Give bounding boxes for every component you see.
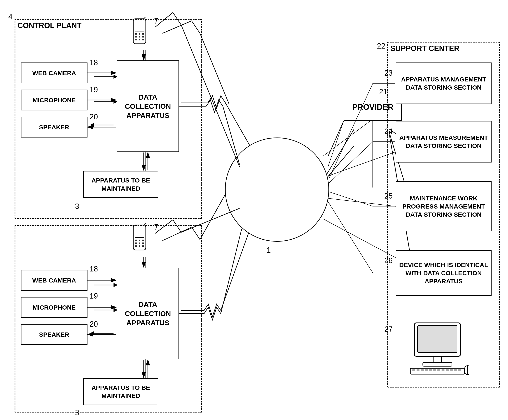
- svg-rect-82: [458, 369, 461, 371]
- apparatus-management-box: APPARATUS MANAGEMENT DATA STORING SECTIO…: [396, 62, 492, 104]
- svg-rect-58: [142, 240, 144, 241]
- svg-rect-68: [433, 356, 441, 362]
- svg-rect-60: [139, 242, 140, 244]
- svg-rect-64: [142, 245, 144, 247]
- svg-rect-62: [135, 245, 137, 247]
- diagram-container: 4 CONTROL PLANT 7 17: [0, 0, 508, 420]
- svg-line-104: [328, 121, 344, 167]
- web-camera-upper: WEB CAMERA: [21, 62, 88, 83]
- control-plant-label: CONTROL PLANT: [17, 21, 82, 30]
- ref-18b: 18: [90, 265, 98, 273]
- svg-rect-48: [139, 36, 140, 38]
- phone-icon-upper: [129, 17, 150, 50]
- svg-rect-43: [135, 21, 144, 31]
- microphone-lower: MICROPHONE: [21, 297, 88, 318]
- svg-line-31: [221, 229, 250, 310]
- apparatus-maintained-lower: APPARATUS TO BE MAINTAINED: [83, 378, 158, 405]
- ref-20a: 20: [90, 112, 98, 121]
- svg-rect-44: [135, 33, 137, 35]
- svg-rect-72: [417, 369, 419, 371]
- ref-1: 1: [267, 246, 271, 255]
- svg-rect-73: [421, 369, 424, 371]
- svg-rect-47: [135, 36, 137, 38]
- ref-7b: 7: [154, 223, 158, 232]
- internet-circle: [225, 137, 329, 242]
- maintenance-work-box: MAINTENANCE WORK PROGRESS MANAGEMENT DAT…: [396, 181, 492, 231]
- microphone-upper: MICROPHONE: [21, 90, 88, 110]
- data-collection-upper: DATACOLLECTIONAPPARATUS: [117, 60, 179, 152]
- svg-line-15: [225, 102, 250, 146]
- ref-26: 26: [384, 256, 393, 265]
- svg-line-103: [328, 121, 344, 156]
- svg-line-13: [200, 33, 229, 104]
- svg-rect-80: [450, 369, 453, 371]
- ref-23: 23: [384, 69, 393, 77]
- ref-24: 24: [384, 127, 393, 136]
- speaker-lower: SPEAKER: [21, 324, 88, 345]
- svg-line-111: [329, 142, 373, 183]
- ref-21: 21: [379, 88, 387, 96]
- svg-rect-59: [135, 242, 137, 244]
- svg-rect-56: [135, 240, 137, 241]
- speaker-upper: SPEAKER: [21, 117, 88, 137]
- svg-rect-79: [446, 369, 449, 371]
- ref-3b: 3: [75, 408, 79, 417]
- svg-rect-52: [142, 39, 144, 40]
- svg-line-113: [327, 200, 373, 273]
- svg-rect-78: [441, 369, 444, 371]
- svg-line-112: [329, 192, 373, 206]
- ref-4: 4: [8, 13, 13, 21]
- svg-rect-49: [142, 36, 144, 38]
- ref-18a: 18: [90, 58, 98, 67]
- svg-line-29: [200, 188, 229, 240]
- data-collection-lower: DATACOLLECTIONAPPARATUS: [117, 268, 179, 359]
- ref-22: 22: [377, 42, 385, 50]
- ref-25: 25: [384, 192, 393, 200]
- svg-rect-67: [418, 325, 457, 352]
- ref-19a: 19: [90, 85, 98, 94]
- svg-rect-51: [139, 39, 140, 40]
- svg-line-102: [221, 229, 242, 314]
- svg-rect-74: [425, 369, 428, 371]
- svg-rect-81: [454, 369, 457, 371]
- svg-rect-57: [139, 240, 140, 241]
- svg-rect-50: [135, 39, 137, 40]
- ref-19b: 19: [90, 292, 98, 300]
- svg-rect-71: [412, 369, 415, 371]
- phone-icon-lower: [129, 223, 150, 256]
- computer-icon: [406, 321, 469, 376]
- svg-line-65: [144, 223, 148, 225]
- ref-20b: 20: [90, 320, 98, 329]
- svg-point-83: [464, 366, 469, 375]
- svg-rect-46: [142, 33, 144, 35]
- svg-rect-45: [139, 33, 140, 35]
- svg-rect-77: [437, 369, 440, 371]
- svg-rect-69: [423, 362, 452, 366]
- svg-rect-75: [429, 369, 432, 371]
- svg-line-53: [144, 17, 148, 19]
- support-center-label: SUPPORT CENTER: [390, 44, 459, 53]
- ref-27: 27: [384, 325, 393, 334]
- svg-rect-61: [142, 242, 144, 244]
- svg-rect-55: [135, 227, 144, 238]
- ref-7a: 7: [154, 17, 158, 25]
- svg-rect-70: [410, 368, 464, 374]
- svg-rect-63: [139, 245, 140, 247]
- svg-rect-76: [433, 369, 436, 371]
- apparatus-maintained-upper: APPARATUS TO BE MAINTAINED: [83, 171, 158, 198]
- web-camera-lower: WEB CAMERA: [21, 270, 88, 291]
- ref-3a: 3: [75, 202, 79, 211]
- apparatus-measurement-box: APPARATUS MEASUREMENT DATA STORING SECTI…: [396, 121, 492, 163]
- device-identical-box: DEVICE WHICH IS IDENTICAL WITH DATA COLL…: [396, 250, 492, 296]
